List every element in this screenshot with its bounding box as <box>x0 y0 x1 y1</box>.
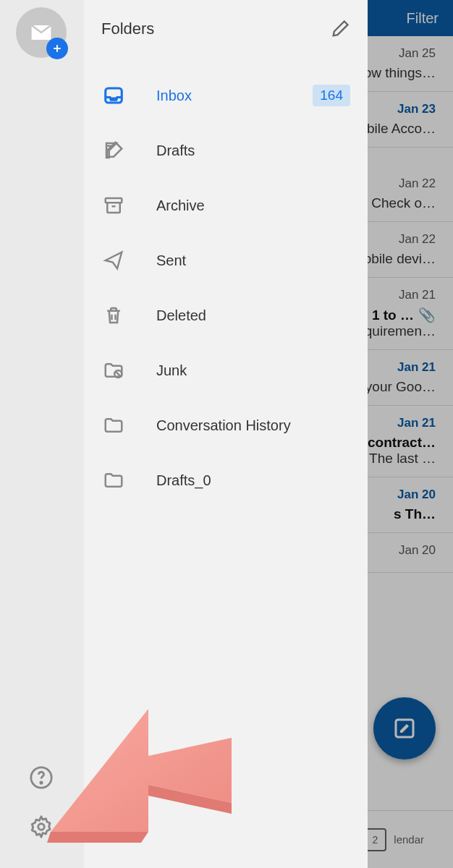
folder-item-inbox[interactable]: Inbox 164 <box>101 68 350 123</box>
folder-label: Junk <box>156 362 350 379</box>
folder-label: Drafts <box>156 142 350 159</box>
pencil-icon <box>330 19 350 39</box>
folder-item-junk[interactable]: Junk <box>101 343 350 398</box>
add-account-badge[interactable] <box>46 38 68 59</box>
folder-label: Deleted <box>156 307 350 324</box>
folder-item-archive[interactable]: Archive <box>101 178 350 233</box>
folder-label: Conversation History <box>156 417 350 434</box>
svg-rect-5 <box>106 198 122 203</box>
folder-item-sent[interactable]: Sent <box>101 233 350 288</box>
svg-point-3 <box>38 824 45 830</box>
folder-item-drafts-0[interactable]: Drafts_0 <box>101 453 350 508</box>
plus-icon <box>51 43 63 54</box>
svg-point-2 <box>41 782 42 783</box>
folder-label: Drafts_0 <box>156 472 350 489</box>
drafts-icon <box>101 138 126 163</box>
help-button[interactable] <box>29 765 54 790</box>
inbox-icon <box>101 83 126 108</box>
settings-button[interactable] <box>29 814 54 839</box>
junk-icon <box>101 358 126 383</box>
folder-label: Sent <box>156 252 350 269</box>
drawer-title: Folders <box>101 20 154 38</box>
account-rail <box>0 0 84 868</box>
help-icon <box>29 765 54 790</box>
navigation-drawer: Folders Inbox 164 Drafts <box>0 0 368 868</box>
folder-label: Archive <box>156 197 350 214</box>
folder-icon <box>101 468 126 493</box>
account-avatar[interactable] <box>16 7 67 58</box>
archive-icon <box>101 193 126 218</box>
folder-label: Inbox <box>156 88 313 104</box>
folder-icon <box>101 413 126 438</box>
gear-icon <box>29 814 54 839</box>
trash-icon <box>101 303 126 328</box>
folder-item-deleted[interactable]: Deleted <box>101 288 350 343</box>
edit-folders-button[interactable] <box>330 19 350 39</box>
folder-item-drafts[interactable]: Drafts <box>101 123 350 178</box>
folder-badge: 164 <box>313 85 350 106</box>
drawer-header: Folders <box>101 19 350 39</box>
folder-item-conversation-history[interactable]: Conversation History <box>101 398 350 453</box>
drawer-content: Folders Inbox 164 Drafts <box>84 0 368 868</box>
sent-icon <box>101 248 126 273</box>
